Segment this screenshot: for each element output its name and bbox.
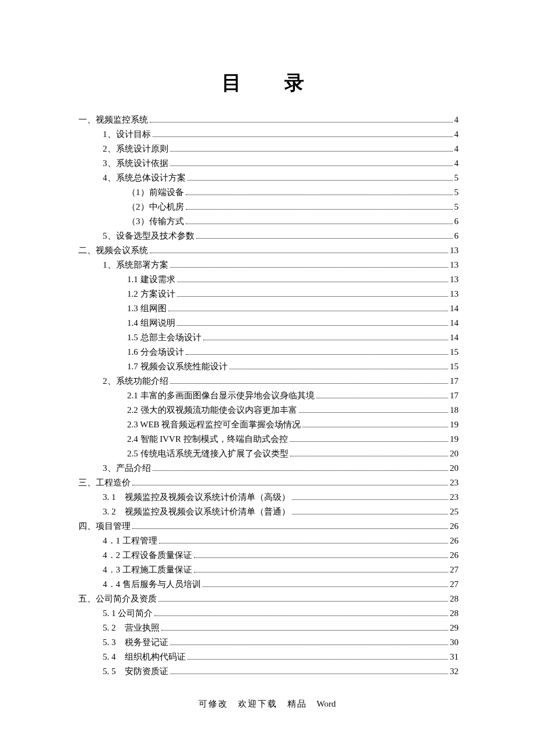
toc-entry-label: 3. 1 视频监控及视频会议系统计价清单（高级） — [103, 490, 290, 505]
toc-entry: 1.4 组网说明14 — [78, 316, 459, 330]
toc-entry: 4、系统总体设计方案5 — [78, 171, 459, 185]
toc-leader-dots — [203, 586, 448, 587]
toc-entry-label: （3）传输方式 — [127, 214, 184, 229]
toc-leader-dots — [170, 151, 453, 152]
toc-entry: 3、产品介绍20 — [78, 461, 459, 476]
toc-entry-page: 23 — [450, 490, 459, 505]
toc-entry-page: 27 — [450, 577, 459, 592]
toc-entry: 2、系统设计原则4 — [78, 142, 459, 156]
toc-entry-page: 13 — [450, 272, 459, 287]
toc-entry-label: 2.5 传统电话系统无缝接入扩展了会议类型 — [127, 447, 288, 461]
toc-entry-page: 4 — [454, 127, 459, 142]
toc-entry-label: 5. 5 安防资质证 — [103, 664, 168, 679]
toc-entry: 2.4 智能 IVVR 控制模式，终端自助式会控19 — [78, 432, 459, 447]
toc-entry: 5. 4 组织机构代码证31 — [78, 650, 459, 664]
toc-entry-page: 5 — [454, 185, 459, 200]
toc-entry: 2.3 WEB 视音频远程监控可全面掌握会场情况19 — [78, 417, 459, 432]
toc-entry-page: 28 — [450, 606, 459, 621]
toc-entry: 1.1 建设需求13 — [78, 272, 459, 287]
toc-leader-dots — [194, 572, 448, 573]
toc-entry-label: 二、视频会议系统 — [78, 243, 148, 258]
toc-entry-label: 1.6 分会场设计 — [127, 345, 184, 359]
toc-entry-label: 1.5 总部主会场设计 — [127, 330, 201, 345]
toc-entry: 5. 3 税务登记证30 — [78, 635, 459, 650]
toc-leader-dots — [159, 543, 448, 543]
toc-leader-dots — [316, 398, 449, 398]
toc-entry: 5. 2 营业执照29 — [78, 621, 459, 635]
toc-entry-page: 6 — [454, 229, 459, 243]
toc-entry-label: 5. 1 公司简介 — [103, 606, 153, 621]
toc-entry: 1.7 视频会议系统性能设计15 — [78, 359, 459, 374]
toc-entry-page: 20 — [450, 461, 459, 476]
toc-entry-page: 17 — [450, 374, 459, 388]
toc-entry-page: 31 — [450, 650, 459, 664]
toc-leader-dots — [302, 427, 448, 427]
toc-entry: 二、视频会议系统13 — [78, 243, 459, 258]
toc-entry: 三、工程造价23 — [78, 476, 459, 490]
toc-entry-page: 5 — [454, 200, 459, 214]
toc-entry-page: 23 — [450, 476, 459, 490]
toc-entry-label: 4．3 工程施工质量保证 — [103, 563, 192, 577]
toc-entry: 五、公司简介及资质28 — [78, 592, 459, 606]
toc-leader-dots — [158, 601, 448, 602]
toc-entry-page: 13 — [450, 243, 459, 258]
toc-leader-dots — [177, 325, 449, 326]
toc-entry-label: 1、设计目标 — [103, 127, 151, 142]
toc-leader-dots — [154, 615, 448, 616]
toc-leader-dots — [290, 456, 449, 456]
toc-leader-dots — [186, 354, 449, 355]
toc-leader-dots — [292, 499, 449, 500]
toc-leader-dots — [229, 369, 449, 369]
toc-entry-label: （2）中心机房 — [127, 200, 184, 214]
toc-entry-label: 三、工程造价 — [78, 476, 131, 490]
toc-entry-label: 4．2 工程设备质量保证 — [103, 548, 192, 563]
toc-entry-label: 1、系统部署方案 — [103, 258, 168, 272]
toc-entry-label: 2.3 WEB 视音频远程监控可全面掌握会场情况 — [127, 417, 301, 432]
toc-entry-label: 1.1 建设需求 — [127, 272, 175, 287]
document-page: 目 录 一、视频监控系统41、设计目标42、系统设计原则43、系统设计依据44、… — [0, 0, 534, 679]
toc-entry-label: 3、产品介绍 — [103, 461, 151, 476]
toc-leader-dots — [150, 122, 453, 123]
toc-leader-dots — [170, 674, 449, 674]
toc-entry-page: 30 — [450, 635, 459, 650]
toc-entry-label: 1.4 组网说明 — [127, 316, 175, 330]
toc-entry-label: 2.1 丰富的多画面图像台显示使异地会议身临其境 — [127, 388, 315, 403]
toc-entry: 4．3 工程施工质量保证27 — [78, 563, 459, 577]
toc-entry-page: 28 — [450, 592, 459, 606]
toc-entry: 5、设备选型及技术参数6 — [78, 229, 459, 243]
toc-entry-label: 四、项目管理 — [78, 519, 131, 534]
toc-leader-dots — [187, 180, 453, 181]
toc-entry: 3. 2 视频监控及视频会议系统计价清单（普通）25 — [78, 505, 459, 519]
toc-entry: 1.3 组网图14 — [78, 301, 459, 316]
toc-leader-dots — [153, 136, 453, 137]
toc-entry: 4．1 工程管理26 — [78, 534, 459, 548]
toc-entry-page: 20 — [450, 447, 459, 461]
toc-entry: 四、项目管理26 — [78, 519, 459, 534]
toc-entry: 5. 5 安防资质证32 — [78, 664, 459, 679]
toc-entry-page: 26 — [450, 519, 459, 534]
toc-entry: （1）前端设备5 — [78, 185, 459, 200]
toc-leader-dots — [299, 412, 449, 413]
toc-leader-dots — [170, 645, 449, 645]
toc-entry-label: 4、系统总体设计方案 — [103, 171, 186, 185]
footer-text-zh: 可修改 欢迎下载 精品 — [199, 699, 317, 708]
toc-entry-label: 5. 4 组织机构代码证 — [103, 650, 186, 664]
toc-entry-label: 1.2 方案设计 — [127, 287, 175, 301]
toc-entry-page: 26 — [450, 548, 459, 563]
toc-entry-page: 14 — [450, 316, 459, 330]
toc-entry: 1.6 分会场设计15 — [78, 345, 459, 359]
toc-entry: 1、设计目标4 — [78, 127, 459, 142]
toc-entry-label: 2.4 智能 IVVR 控制模式，终端自助式会控 — [127, 432, 288, 447]
toc-entry-label: 1.7 视频会议系统性能设计 — [127, 359, 228, 374]
toc-entry: 1.5 总部主会场设计14 — [78, 330, 459, 345]
toc-leader-dots — [194, 557, 448, 558]
toc-entry-page: 15 — [450, 359, 459, 374]
toc-entry: 2.5 传统电话系统无缝接入扩展了会议类型20 — [78, 447, 459, 461]
toc-entry-page: 26 — [450, 534, 459, 548]
toc-leader-dots — [132, 528, 448, 529]
toc-entry-page: 19 — [450, 417, 459, 432]
toc-entry: 2.2 强大的双视频流功能使会议内容更加丰富18 — [78, 403, 459, 417]
toc-entry-page: 25 — [450, 505, 459, 519]
toc-leader-dots — [196, 238, 453, 239]
toc-entry-page: 6 — [454, 214, 459, 229]
